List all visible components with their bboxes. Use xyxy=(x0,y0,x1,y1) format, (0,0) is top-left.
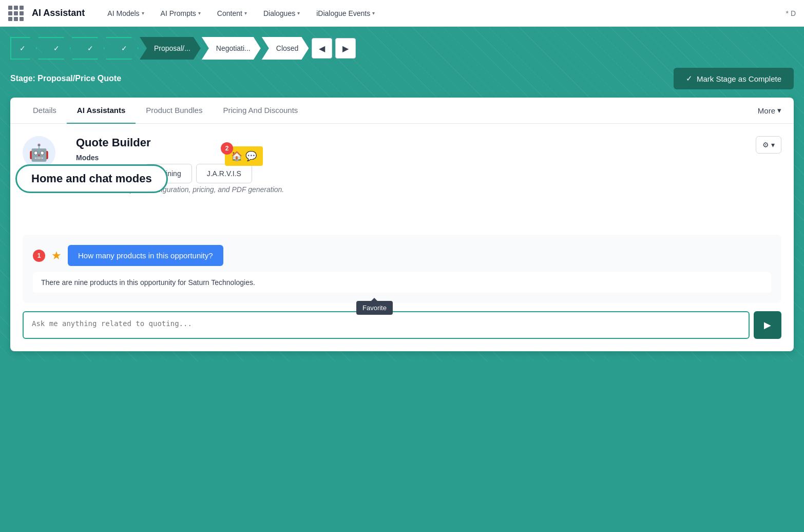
main-card: Details AI Assistants Product Bundles Pr… xyxy=(10,98,794,351)
mode-icons-box[interactable]: 2 🏠 💬 xyxy=(225,146,263,166)
gear-icon: ⚙ xyxy=(762,141,769,149)
quote-builder-info: Quote Builder Modes Quote Builder Traini… xyxy=(76,136,745,194)
tabs-bar: Details AI Assistants Product Bundles Pr… xyxy=(10,98,794,124)
modes-label: Modes xyxy=(76,154,745,162)
app-grid-icon[interactable] xyxy=(8,6,24,21)
qb-description: Assistance with quote configuration, pri… xyxy=(76,185,745,194)
home-chat-modes-annotation: Home and chat modes xyxy=(15,164,168,193)
nav-content[interactable]: Content ▾ xyxy=(211,6,253,21)
tab-more[interactable]: More ▾ xyxy=(758,98,781,123)
tab-pricing-discounts[interactable]: Pricing And Discounts xyxy=(213,98,308,124)
chevron-down-icon: ▾ xyxy=(372,10,375,16)
send-button[interactable]: ▶ xyxy=(754,311,781,339)
mark-complete-button[interactable]: ✓ Mark Stage as Complete xyxy=(674,68,794,89)
chevron-down-icon: ▾ xyxy=(244,10,247,16)
pipeline-stage-3[interactable]: ✓ xyxy=(72,37,105,60)
pipeline-stage-2[interactable]: ✓ xyxy=(38,37,71,60)
pipeline-stage-negotiation[interactable]: Negotiati... xyxy=(202,37,261,60)
pipeline-prev-button[interactable]: ◀ xyxy=(312,38,332,59)
chat-response: There are nine products in this opportun… xyxy=(33,272,771,293)
chevron-down-icon: ▾ xyxy=(777,106,781,115)
chevron-down-icon: ▾ xyxy=(198,10,201,16)
pipeline-next-button[interactable]: ▶ xyxy=(335,38,356,59)
app-title: AI Assistant xyxy=(32,8,85,18)
stage-label: Stage: Proposal/Price Quote xyxy=(10,74,121,83)
send-icon: ▶ xyxy=(764,319,771,331)
favorite-star-icon[interactable]: ★ xyxy=(51,249,62,262)
nav-ai-prompts[interactable]: AI Prompts ▾ xyxy=(155,6,207,21)
chevron-down-icon: ▾ xyxy=(771,141,775,149)
chat-input-bar: ▶ xyxy=(23,311,781,339)
favorite-tooltip: Favorite xyxy=(356,301,393,315)
nav-dialogues[interactable]: Dialogues ▾ xyxy=(257,6,306,21)
chat-action-row: 1 ★ How many products in this opportunit… xyxy=(33,245,771,266)
pipeline-stage-closed[interactable]: Closed xyxy=(262,37,309,60)
pipeline-stage-proposal[interactable]: Proposal/... xyxy=(140,37,201,60)
pipeline-stage-1[interactable]: ✓ xyxy=(10,37,37,60)
suggest-question-button[interactable]: How many products in this opportunity? xyxy=(68,245,223,266)
pipeline-bar: ✓ ✓ ✓ ✓ Proposal/... Negotiati... Closed… xyxy=(10,37,794,60)
home-icon: 🏠 xyxy=(231,150,242,162)
pipeline-stage-4[interactable]: ✓ xyxy=(106,37,139,60)
check-icon: ✓ xyxy=(686,74,693,83)
badge-1: 1 xyxy=(33,250,45,262)
tab-ai-assistants[interactable]: AI Assistants xyxy=(67,98,136,124)
mode-jarvis[interactable]: J.A.R.V.I.S xyxy=(196,164,252,183)
badge-2: 2 xyxy=(221,142,233,155)
chevron-down-icon: ▾ xyxy=(297,10,300,16)
nav-idialogue-events[interactable]: iDialogue Events ▾ xyxy=(310,6,381,21)
chevron-down-icon: ▾ xyxy=(142,10,144,16)
top-nav: AI Assistant AI Models ▾ AI Prompts ▾ Co… xyxy=(0,0,804,27)
settings-button[interactable]: ⚙ ▾ xyxy=(756,136,781,154)
chat-icon: 💬 xyxy=(245,150,257,162)
quote-builder-title: Quote Builder xyxy=(76,136,745,149)
main-wrapper: ✓ ✓ ✓ ✓ Proposal/... Negotiati... Closed… xyxy=(0,27,804,362)
nav-ai-models[interactable]: AI Models ▾ xyxy=(101,6,150,21)
nav-overflow: * D xyxy=(786,9,796,17)
chat-input[interactable] xyxy=(23,311,750,339)
stage-info-bar: Stage: Proposal/Price Quote ✓ Mark Stage… xyxy=(10,68,794,89)
tab-product-bundles[interactable]: Product Bundles xyxy=(136,98,213,124)
modes-buttons: Quote Builder Training J.A.R.V.I.S xyxy=(76,164,745,183)
chat-section: 1 ★ How many products in this opportunit… xyxy=(23,235,781,303)
tab-details[interactable]: Details xyxy=(23,98,67,124)
ai-assistants-content: 🤖 2 🏠 💬 ↖ Quote Builder Modes xyxy=(10,124,794,351)
